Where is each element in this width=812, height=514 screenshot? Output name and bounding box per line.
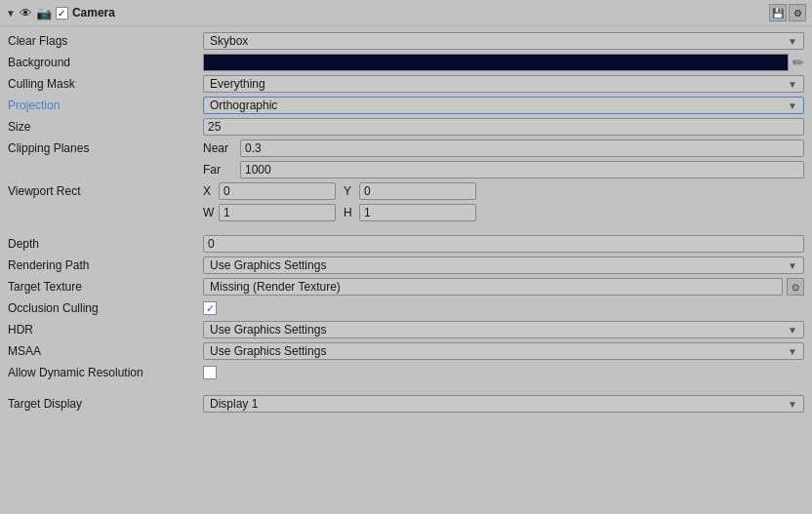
hdr-row: HDR Use Graphics Settings ▼ xyxy=(0,319,812,340)
camera-panel: ▼ 👁 📷 Camera 💾 ⚙ Clear Flags Skybox ▼ Ba… xyxy=(0,0,812,418)
w-input[interactable]: 1 xyxy=(219,204,336,221)
occlusion-culling-row: Occlusion Culling xyxy=(0,297,812,319)
w-value: 1 xyxy=(223,206,230,219)
hdr-dropdown[interactable]: Use Graphics Settings ▼ xyxy=(203,321,804,338)
hdr-arrow: ▼ xyxy=(788,325,797,336)
viewport-xy-group: X 0 Y 0 xyxy=(203,182,804,200)
culling-mask-value: Everything xyxy=(210,77,265,91)
projection-field: Orthographic ▼ xyxy=(203,97,804,114)
hdr-field: Use Graphics Settings ▼ xyxy=(203,321,804,338)
save-button[interactable]: 💾 xyxy=(769,4,787,21)
target-display-row: Target Display Display 1 ▼ xyxy=(0,393,812,415)
x-input[interactable]: 0 xyxy=(219,182,336,200)
allow-dynamic-resolution-row: Allow Dynamic Resolution xyxy=(0,362,812,383)
target-display-value: Display 1 xyxy=(210,397,258,411)
viewport-rect-label: Viewport Rect xyxy=(8,184,203,198)
allow-dynamic-resolution-checkbox[interactable] xyxy=(203,366,217,379)
target-texture-label: Target Texture xyxy=(8,280,203,294)
target-display-arrow: ▼ xyxy=(788,399,797,410)
depth-input[interactable]: 0 xyxy=(203,235,804,253)
projection-arrow: ▼ xyxy=(788,100,797,111)
panel-content: Clear Flags Skybox ▼ Background ✏ Cullin… xyxy=(0,26,812,418)
projection-value: Orthographic xyxy=(210,99,277,112)
culling-mask-dropdown[interactable]: Everything ▼ xyxy=(203,75,804,93)
near-label: Near xyxy=(203,141,232,155)
toolbar-icons: 💾 ⚙ xyxy=(769,4,806,21)
size-input[interactable]: 25 xyxy=(203,118,804,136)
background-label: Background xyxy=(8,56,203,69)
msaa-dropdown[interactable]: Use Graphics Settings ▼ xyxy=(203,342,804,360)
occlusion-culling-checkbox[interactable] xyxy=(203,301,217,315)
settings-button[interactable]: ⚙ xyxy=(789,4,806,21)
hdr-label: HDR xyxy=(8,323,203,336)
collapse-arrow[interactable]: ▼ xyxy=(6,8,16,19)
occlusion-culling-field xyxy=(203,301,804,315)
allow-dynamic-resolution-label: Allow Dynamic Resolution xyxy=(8,366,203,379)
y-pair: Y 0 xyxy=(344,182,476,200)
projection-row: Projection Orthographic ▼ xyxy=(0,95,812,116)
projection-dropdown[interactable]: Orthographic ▼ xyxy=(203,97,804,114)
clipping-near-row: Clipping Planes Near 0.3 xyxy=(0,138,812,159)
w-pair: W 1 xyxy=(203,204,336,221)
camera-icon: 📷 xyxy=(36,6,52,20)
panel-title: Camera xyxy=(72,6,765,20)
msaa-arrow: ▼ xyxy=(788,346,797,357)
background-row: Background ✏ xyxy=(0,52,812,73)
far-value: 1000 xyxy=(245,163,271,177)
h-label: H xyxy=(344,206,357,219)
w-label: W xyxy=(203,206,217,219)
clipping-far-row: Far 1000 xyxy=(0,159,812,180)
clear-flags-value: Skybox xyxy=(210,34,248,48)
h-pair: H 1 xyxy=(344,204,476,221)
depth-row: Depth 0 xyxy=(0,233,812,255)
background-color-bar[interactable] xyxy=(203,54,789,71)
rendering-path-dropdown[interactable]: Use Graphics Settings ▼ xyxy=(203,257,804,274)
clipping-far-field: Far 1000 xyxy=(203,161,804,178)
clear-flags-row: Clear Flags Skybox ▼ xyxy=(0,30,812,52)
msaa-value: Use Graphics Settings xyxy=(210,344,326,358)
clipping-near-field: Near 0.3 xyxy=(203,139,804,157)
rendering-path-label: Rendering Path xyxy=(8,258,203,272)
target-display-field: Display 1 ▼ xyxy=(203,395,804,413)
clipping-far-group: Far 1000 xyxy=(203,161,804,178)
clipping-planes-label: Clipping Planes xyxy=(8,141,203,155)
viewport-xy-row: Viewport Rect X 0 Y 0 xyxy=(0,180,812,202)
viewport-xy-field: X 0 Y 0 xyxy=(203,182,804,200)
culling-mask-label: Culling Mask xyxy=(8,77,203,91)
target-texture-browse[interactable]: ⊙ xyxy=(787,278,804,296)
near-input[interactable]: 0.3 xyxy=(240,139,804,157)
projection-label[interactable]: Projection xyxy=(8,99,203,112)
viewport-wh-row: W 1 H 1 xyxy=(0,202,812,223)
y-value: 0 xyxy=(364,184,371,198)
enable-checkbox[interactable] xyxy=(56,7,68,20)
panel-header: ▼ 👁 📷 Camera 💾 ⚙ xyxy=(0,0,812,26)
rendering-path-value: Use Graphics Settings xyxy=(210,258,326,272)
rendering-path-row: Rendering Path Use Graphics Settings ▼ xyxy=(0,255,812,276)
rendering-path-arrow: ▼ xyxy=(788,260,797,271)
color-picker-icon[interactable]: ✏ xyxy=(792,55,804,70)
culling-mask-row: Culling Mask Everything ▼ xyxy=(0,73,812,95)
hdr-value: Use Graphics Settings xyxy=(210,323,326,336)
clear-flags-label: Clear Flags xyxy=(8,34,203,48)
depth-value: 0 xyxy=(208,237,215,251)
eye-icon: 👁 xyxy=(20,6,32,20)
clear-flags-arrow: ▼ xyxy=(788,36,797,47)
size-value: 25 xyxy=(208,120,221,134)
msaa-field: Use Graphics Settings ▼ xyxy=(203,342,804,360)
h-value: 1 xyxy=(364,206,371,219)
target-texture-group: Missing (Render Texture) ⊙ xyxy=(203,278,804,296)
h-input[interactable]: 1 xyxy=(359,204,476,221)
size-label: Size xyxy=(8,120,203,134)
viewport-wh-group: W 1 H 1 xyxy=(203,204,804,221)
culling-mask-field: Everything ▼ xyxy=(203,75,804,93)
y-input[interactable]: 0 xyxy=(359,182,476,200)
far-input[interactable]: 1000 xyxy=(240,161,804,178)
clear-flags-dropdown[interactable]: Skybox ▼ xyxy=(203,32,804,50)
far-label: Far xyxy=(203,163,232,177)
target-display-dropdown[interactable]: Display 1 ▼ xyxy=(203,395,804,413)
allow-dynamic-resolution-field xyxy=(203,366,804,379)
depth-field: 0 xyxy=(203,235,804,253)
msaa-label: MSAA xyxy=(8,344,203,358)
target-texture-row: Target Texture Missing (Render Texture) … xyxy=(0,276,812,297)
target-display-label: Target Display xyxy=(8,397,203,411)
